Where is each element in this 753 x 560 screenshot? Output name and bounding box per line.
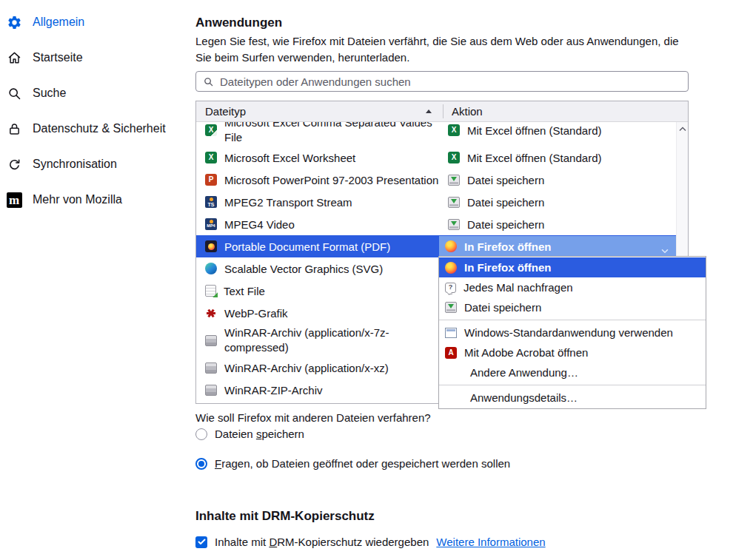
page-description: Legen Sie fest, wie Firefox mit Dateien …	[195, 33, 684, 66]
radio-button-checked[interactable]	[195, 458, 207, 470]
action-cell: XMit Excel öffnen (Standard)	[439, 146, 688, 169]
firefox-icon	[445, 240, 457, 252]
sidebar-item-label: Synchronisation	[33, 158, 117, 171]
weitere-informationen-link[interactable]: Weitere Informationen	[436, 536, 545, 548]
text-icon	[205, 285, 216, 297]
action-label: Datei speichern	[467, 174, 544, 186]
menu-item[interactable]: Anwendungsdetails…	[439, 388, 706, 408]
file-type-label: Microsoft Excel Comma Separated Values F…	[224, 122, 439, 145]
radio-label: Dateien speichern	[215, 428, 304, 440]
save-icon	[448, 175, 460, 186]
gear-icon	[6, 14, 22, 30]
pdf-icon	[205, 240, 217, 252]
windows-default-icon	[445, 328, 457, 338]
sidebar-item-allgemein[interactable]: Allgemein	[0, 4, 195, 40]
file-type-label: Scalable Vector Graphics (SVG)	[224, 263, 383, 275]
firefox-settings-page: Allgemein Startseite Suche Datenschutz &…	[0, 0, 753, 560]
other-files-question: Wie soll Firefox mit anderen Dateien ver…	[195, 411, 431, 424]
file-type-cell: WinRAR-Archiv (application/x-xz)	[196, 357, 439, 379]
drm-checkbox-label: Inhalte mit DRM-Kopierschutz wiedergeben	[215, 536, 429, 548]
lock-icon	[6, 121, 22, 137]
edge-icon	[205, 263, 217, 274]
powerpoint-icon: P	[205, 174, 217, 186]
file-type-label: MPEG2 Transport Stream	[224, 196, 352, 209]
menu-item[interactable]: AMit Adobe Acrobat öffnen	[439, 343, 706, 362]
table-row[interactable]: Portable Document Format (PDF)In Firefox…	[196, 235, 688, 257]
menu-item[interactable]: ?Jedes Mal nachfragen	[439, 277, 706, 297]
sort-ascending-icon	[426, 109, 432, 113]
sidebar-item-label: Suche	[33, 87, 66, 100]
file-type-cell: PMicrosoft PowerPoint 97-2003 Presentati…	[196, 169, 439, 191]
sidebar-item-datenschutz[interactable]: Datenschutz & Sicherheit	[0, 111, 195, 146]
table-row[interactable]: TSMPEG2 Transport StreamDatei speichern	[196, 191, 688, 213]
save-icon	[448, 197, 460, 208]
table-row[interactable]: XMicrosoft Excel Comma Separated Values …	[196, 122, 688, 146]
menu-item[interactable]: Windows-Standardanwendung verwenden	[439, 323, 706, 343]
search-icon	[6, 85, 22, 101]
action-label: Datei speichern	[467, 218, 544, 231]
action-label: Datei speichern	[467, 196, 544, 209]
sidebar-item-mehr-von-mozilla[interactable]: m Mehr von Mozilla	[0, 182, 195, 217]
sidebar-item-synchronisation[interactable]: Synchronisation	[0, 146, 195, 182]
menu-separator	[439, 320, 706, 320]
menu-item-label: Mit Adobe Acrobat öffnen	[464, 346, 588, 359]
sidebar-item-label: Startseite	[33, 51, 83, 64]
file-type-cell: XMicrosoft Excel Worksheet	[196, 146, 439, 169]
file-type-cell: WinRAR-Archiv (application/x-7z-compress…	[196, 324, 439, 357]
column-header-aktion[interactable]: Aktion	[452, 105, 483, 118]
action-cell: Datei speichern	[439, 213, 688, 235]
radio-label: Fragen, ob Dateien geöffnet oder gespeic…	[215, 457, 510, 470]
sidebar-item-label: Allgemein	[33, 16, 84, 29]
sidebar-item-startseite[interactable]: Startseite	[0, 40, 195, 75]
action-select[interactable]: In Firefox öffnen	[439, 236, 676, 257]
file-type-cell: Text File	[196, 280, 439, 302]
mp4-icon: MP4	[205, 218, 217, 230]
menu-item-label: In Firefox öffnen	[464, 261, 552, 274]
file-type-label: WinRAR-Archiv (application/x-7z-compress…	[224, 325, 439, 355]
menu-item[interactable]: Andere Anwendung…	[439, 362, 706, 382]
sidebar-item-label: Datenschutz & Sicherheit	[33, 122, 166, 135]
sidebar-item-suche[interactable]: Suche	[0, 75, 195, 111]
sync-icon	[6, 156, 22, 172]
menu-item-label: Jedes Mal nachfragen	[463, 281, 573, 294]
file-type-label: WinRAR-ZIP-Archiv	[224, 384, 323, 397]
drm-checkbox[interactable]	[195, 536, 207, 548]
radio-option-save-files[interactable]: Dateien speichern	[195, 428, 304, 440]
table-row[interactable]: MP4MPEG4 VideoDatei speichern	[196, 213, 688, 235]
file-type-label: Text File	[224, 285, 265, 297]
table-header: Dateityp Aktion	[196, 101, 688, 122]
menu-separator	[439, 385, 706, 385]
page-title: Anwendungen	[195, 16, 282, 30]
radio-option-ask[interactable]: Fragen, ob Dateien geöffnet oder gespeic…	[195, 457, 510, 470]
menu-item-label: Datei speichern	[464, 301, 541, 314]
file-type-cell: XMicrosoft Excel Comma Separated Values …	[196, 122, 439, 146]
chevron-down-icon	[661, 243, 669, 256]
file-type-cell: TSMPEG2 Transport Stream	[196, 191, 439, 213]
action-label: Mit Excel öffnen (Standard)	[467, 152, 601, 164]
table-row[interactable]: PMicrosoft PowerPoint 97-2003 Presentati…	[196, 169, 688, 191]
menu-item[interactable]: In Firefox öffnen	[439, 257, 706, 277]
action-label: Mit Excel öffnen (Standard)	[467, 124, 601, 137]
winrar-icon	[205, 385, 217, 396]
radio-button[interactable]	[195, 428, 207, 440]
search-input[interactable]	[196, 72, 688, 91]
drm-heading: Inhalte mit DRM-Kopierschutz	[195, 509, 375, 524]
file-type-label: Microsoft Excel Worksheet	[224, 152, 355, 164]
checkmark-icon	[198, 539, 206, 545]
excel-icon: X	[448, 124, 460, 136]
excel-icon: X	[205, 152, 217, 163]
ask-icon: ?	[445, 283, 456, 293]
action-cell: Datei speichern	[439, 169, 688, 191]
file-type-label: Microsoft PowerPoint 97-2003 Presentatio…	[224, 174, 438, 186]
scroll-up-button[interactable]	[677, 124, 688, 135]
action-cell: Datei speichern	[439, 191, 688, 213]
winrar-icon	[205, 362, 217, 374]
firefox-icon	[445, 262, 457, 274]
action-dropdown-menu: In Firefox öffnen?Jedes Mal nachfragenDa…	[438, 256, 706, 409]
column-header-dateityp[interactable]: Dateityp	[196, 105, 246, 118]
mpeg2-icon: TS	[205, 196, 217, 208]
table-row[interactable]: XMicrosoft Excel WorksheetXMit Excel öff…	[196, 146, 688, 169]
file-type-label: Portable Document Format (PDF)	[224, 240, 390, 253]
menu-item[interactable]: Datei speichern	[439, 297, 706, 317]
menu-item-label: Anwendungsdetails…	[470, 391, 578, 404]
